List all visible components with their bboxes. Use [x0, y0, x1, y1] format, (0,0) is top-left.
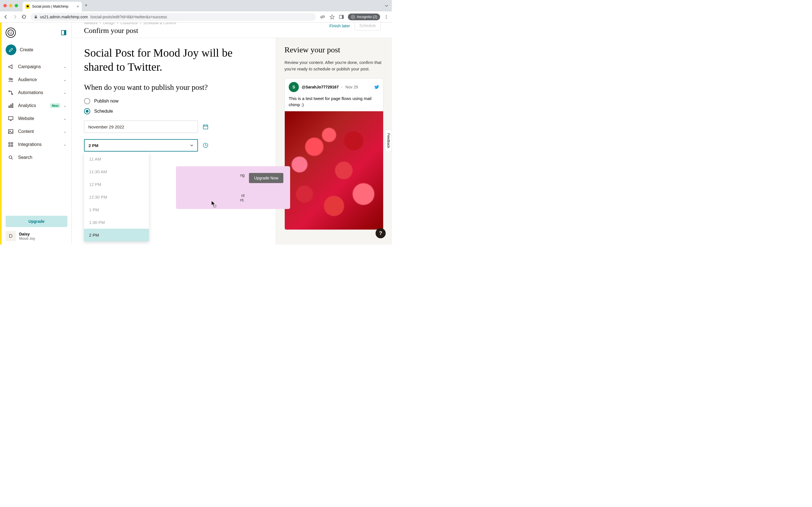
nav-content[interactable]: Content ⌄ [4, 126, 68, 137]
flow-icon [7, 90, 15, 96]
mailchimp-logo-icon[interactable] [6, 27, 16, 38]
upgrade-now-button[interactable]: Upgrade Now [249, 173, 283, 183]
svg-point-5 [386, 16, 387, 17]
bar-chart-icon [7, 103, 15, 109]
calendar-icon[interactable] [202, 124, 209, 130]
bookmark-star-icon[interactable] [329, 14, 335, 20]
nav-search[interactable]: Search [4, 152, 68, 163]
breadcrumb-item[interactable]: Schedule & Confirm [144, 22, 176, 25]
nav-label: Website [18, 116, 60, 121]
chevron-down-icon: ⌄ [63, 65, 66, 69]
breadcrumb: Network› Design› Customize› Schedule & C… [84, 22, 176, 25]
upgrade-promo-card: ng nt nt. Upgrade Now [176, 166, 290, 209]
nav-integrations[interactable]: Integrations ⌄ [4, 138, 68, 151]
browser-tab[interactable]: ✽ Social posts | Mailchimp × [22, 2, 82, 11]
nav-analytics[interactable]: Analytics New ⌄ [4, 100, 68, 112]
clock-icon[interactable] [202, 142, 209, 149]
account-org: Mood Joy [19, 236, 35, 240]
date-input[interactable]: November 29 2022 [84, 121, 198, 133]
nav-campaigns[interactable]: Campaigns ⌄ [4, 61, 68, 73]
account-switcher[interactable]: D Daisy Mood Joy [6, 231, 67, 241]
address-bar[interactable]: us21.admin.mailchimp.com/social-posts/ed… [31, 13, 316, 21]
twitter-bird-icon [374, 84, 379, 90]
radio-schedule[interactable]: Schedule [84, 108, 263, 114]
finish-later-link[interactable]: Finish later [329, 23, 350, 28]
window-controls [3, 4, 18, 7]
svg-rect-20 [9, 143, 10, 144]
monitor-icon [7, 115, 15, 122]
svg-point-4 [386, 15, 387, 16]
time-option[interactable]: 11:30 AM [84, 165, 149, 178]
date-value: November 29 2022 [88, 124, 124, 129]
url-path: /social-posts/edit?id=8&t=twitter&s=succ… [90, 15, 167, 19]
time-select[interactable]: 2 PM 11 AM 11:30 AM 12 PM 12:30 PM 1 PM … [84, 139, 198, 152]
incognito-label: Incognito (2) [357, 15, 377, 19]
nav-website[interactable]: Website ⌄ [4, 113, 68, 124]
chevron-down-icon: ⌄ [63, 143, 66, 147]
breadcrumb-item[interactable]: Network [84, 22, 98, 25]
main-content: Confirm your post Network› Design› Custo… [71, 22, 392, 244]
svg-rect-21 [11, 143, 13, 144]
help-button[interactable]: ? [375, 228, 386, 238]
tab-title: Social posts | Mailchimp [32, 4, 68, 8]
tabs-menu-icon[interactable] [385, 4, 389, 8]
chevron-down-icon: ⌄ [63, 104, 66, 108]
schedule-button[interactable]: Schedule [355, 22, 380, 31]
kebab-menu-icon[interactable] [384, 15, 389, 19]
favicon-icon: ✽ [26, 4, 30, 9]
breadcrumb-item[interactable]: Design [103, 22, 114, 25]
svg-point-8 [10, 32, 10, 33]
incognito-badge[interactable]: Incognito (2) [348, 13, 380, 20]
create-button[interactable]: Create [2, 45, 71, 61]
people-icon [7, 76, 15, 83]
time-option[interactable]: 12:30 PM [84, 191, 149, 203]
svg-point-19 [10, 131, 10, 131]
new-badge: New [50, 103, 60, 108]
svg-line-25 [11, 158, 13, 159]
search-icon [7, 154, 15, 161]
preview-title: Review your post [285, 45, 384, 54]
svg-point-9 [11, 32, 12, 33]
nav-label: Content [18, 129, 60, 134]
radio-label: Publish now [94, 99, 118, 104]
chevron-down-icon [190, 144, 193, 147]
svg-rect-0 [35, 17, 37, 18]
side-panel-icon[interactable] [339, 14, 344, 19]
new-tab-button[interactable]: + [85, 3, 88, 8]
svg-rect-16 [12, 104, 13, 108]
time-option-selected[interactable]: 2 PM [84, 229, 149, 241]
svg-point-6 [386, 18, 387, 18]
radio-publish-now[interactable]: Publish now [84, 98, 263, 104]
breadcrumb-item[interactable]: Customize [120, 22, 138, 25]
time-option[interactable]: 12 PM [84, 178, 149, 191]
time-option[interactable]: 1:30 PM [84, 216, 149, 229]
megaphone-icon [7, 64, 15, 70]
account-avatar: D [6, 231, 16, 241]
svg-point-24 [9, 156, 12, 159]
upgrade-button[interactable]: Upgrade [6, 216, 67, 227]
pencil-icon [6, 45, 16, 55]
time-option[interactable]: 11 AM [84, 153, 149, 165]
toolbar-right: Incognito (2) [320, 13, 389, 20]
browser-tab-strip: ✽ Social posts | Mailchimp × + [0, 0, 392, 11]
image-icon [7, 128, 15, 135]
collapse-sidebar-icon[interactable] [61, 30, 66, 35]
nav-label: Audience [18, 77, 60, 82]
lock-icon [34, 15, 38, 19]
maximize-window-icon[interactable] [15, 4, 18, 7]
close-tab-icon[interactable]: × [77, 4, 79, 9]
back-button[interactable] [3, 14, 8, 19]
nav-label: Analytics [18, 103, 47, 108]
eye-off-icon[interactable] [320, 14, 325, 20]
reload-button[interactable] [21, 14, 27, 19]
time-option[interactable]: 1 PM [84, 203, 149, 216]
nav-automations[interactable]: Automations ⌄ [4, 87, 68, 99]
feedback-tab[interactable]: Feedback [385, 129, 392, 152]
incognito-icon [351, 15, 355, 19]
close-window-icon[interactable] [3, 4, 7, 7]
svg-rect-18 [8, 129, 13, 133]
minimize-window-icon[interactable] [9, 4, 12, 7]
svg-rect-26 [203, 125, 208, 129]
time-value: 2 PM [89, 143, 98, 148]
nav-audience[interactable]: Audience ⌄ [4, 74, 68, 86]
